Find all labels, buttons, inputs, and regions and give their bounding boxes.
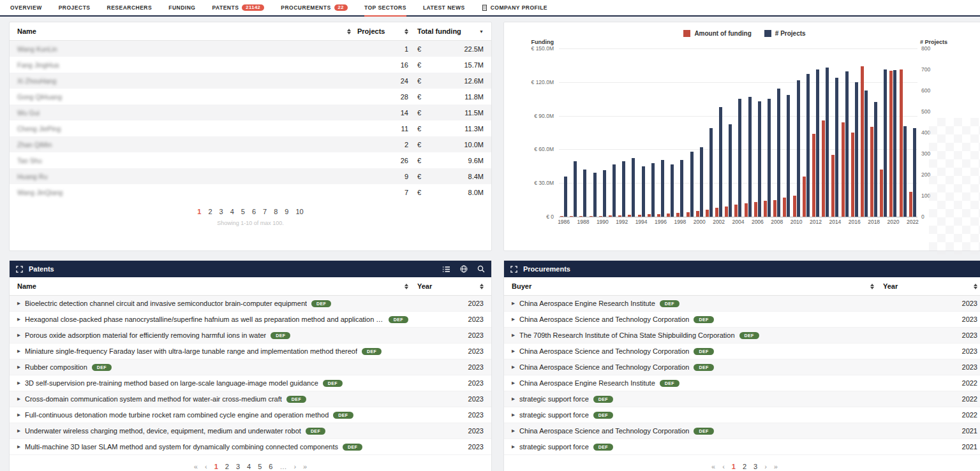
- bar-group[interactable]: [840, 48, 849, 217]
- table-row[interactable]: ▶China Aerospace Science and Technology …: [504, 359, 980, 375]
- expand-icon[interactable]: [510, 266, 517, 273]
- bar-group[interactable]: [869, 48, 879, 217]
- table-row[interactable]: ▶Hexagonal close-packed phase nanocrysta…: [10, 312, 491, 328]
- table-row[interactable]: ▶strategic support forceDEF2021: [504, 439, 980, 455]
- bar-group[interactable]: [588, 48, 598, 217]
- table-row[interactable]: ▶Porous oxide adsorption material for ef…: [10, 328, 491, 344]
- next-page-arrow[interactable]: ›: [764, 463, 767, 470]
- nav-item-latest-news[interactable]: LATEST NEWS: [423, 0, 465, 15]
- globe-icon[interactable]: [460, 265, 468, 273]
- bar-group[interactable]: [792, 48, 801, 217]
- bar-group[interactable]: [559, 48, 568, 217]
- nav-item-funding[interactable]: FUNDING: [168, 0, 195, 15]
- sort-icon[interactable]: [405, 284, 408, 289]
- bar-group[interactable]: [704, 48, 714, 217]
- table-row[interactable]: ▶China Aerospace Science and Technology …: [504, 423, 980, 439]
- bar-group[interactable]: [888, 48, 898, 217]
- page-number[interactable]: 9: [285, 208, 288, 215]
- legend-item-projects[interactable]: # Projects: [764, 30, 806, 37]
- page-number[interactable]: 3: [236, 463, 240, 470]
- bar-group[interactable]: [850, 48, 859, 217]
- sort-icon[interactable]: [347, 29, 351, 34]
- column-header-name[interactable]: Name: [17, 282, 36, 290]
- expand-caret-icon[interactable]: ▶: [17, 333, 20, 338]
- expand-caret-icon[interactable]: ▶: [512, 365, 515, 370]
- prev-page-arrow[interactable]: ‹: [205, 463, 207, 470]
- page-number[interactable]: 6: [269, 463, 272, 470]
- table-row[interactable]: ▶Cross-domain communication system and m…: [10, 391, 491, 407]
- bar-group[interactable]: [598, 48, 607, 217]
- expand-caret-icon[interactable]: ▶: [512, 444, 515, 449]
- bar-group[interactable]: [695, 48, 704, 217]
- bar-group[interactable]: [617, 48, 627, 217]
- bar-group[interactable]: [743, 48, 753, 217]
- legend-item-funding[interactable]: Amount of funding: [683, 30, 751, 37]
- page-number[interactable]: 6: [252, 208, 256, 215]
- expand-caret-icon[interactable]: ▶: [17, 301, 20, 306]
- bar-group[interactable]: [772, 48, 782, 217]
- table-row[interactable]: ▶China Aerospace Engine Research Institu…: [504, 296, 980, 312]
- expand-icon[interactable]: [16, 266, 23, 273]
- expand-caret-icon[interactable]: ▶: [512, 349, 515, 354]
- list-view-icon[interactable]: [442, 266, 450, 273]
- column-header-buyer[interactable]: Buyer: [512, 282, 531, 290]
- table-row[interactable]: ▶Bioelectric detection channel circuit a…: [10, 296, 491, 312]
- expand-caret-icon[interactable]: ▶: [17, 365, 20, 370]
- expand-caret-icon[interactable]: ▶: [512, 412, 515, 417]
- page-number[interactable]: 1: [214, 463, 218, 470]
- bar-group[interactable]: [859, 48, 869, 217]
- search-icon[interactable]: [477, 265, 485, 273]
- bar-group[interactable]: [568, 48, 578, 217]
- page-number[interactable]: 5: [241, 208, 245, 215]
- table-row[interactable]: Tao Shu26€9.6M: [10, 152, 491, 168]
- table-row[interactable]: ▶Multi-machine 3D laser SLAM method and …: [10, 439, 491, 455]
- bar-group[interactable]: [665, 48, 675, 217]
- bar-group[interactable]: [685, 48, 694, 217]
- expand-caret-icon[interactable]: ▶: [17, 380, 20, 386]
- page-number[interactable]: 1: [732, 463, 736, 470]
- bar-group[interactable]: [578, 48, 588, 217]
- table-row[interactable]: ▶Underwater wireless charging method, de…: [10, 423, 491, 439]
- table-row[interactable]: ▶Miniature single-frequency Faraday lase…: [10, 344, 491, 359]
- nav-item-patents[interactable]: PATENTS21142: [212, 0, 264, 15]
- next-page-arrow[interactable]: ›: [293, 463, 296, 470]
- page-number[interactable]: 4: [247, 463, 251, 470]
- bar-group[interactable]: [646, 48, 656, 217]
- table-row[interactable]: ▶Full-continuous detonation mode turbine…: [10, 407, 491, 423]
- page-number[interactable]: 3: [754, 463, 757, 470]
- last-page-arrow[interactable]: »: [303, 463, 307, 470]
- table-row[interactable]: ▶China Aerospace Science and Technology …: [504, 344, 980, 359]
- table-row[interactable]: Cheng JiePing11€11.3M: [10, 120, 491, 136]
- expand-caret-icon[interactable]: ▶: [512, 380, 515, 386]
- page-number[interactable]: 5: [258, 463, 262, 470]
- column-header-total-funding[interactable]: Total funding: [417, 27, 461, 35]
- nav-item-researchers[interactable]: RESEARCHERS: [107, 0, 152, 15]
- bar-group[interactable]: [724, 48, 733, 217]
- table-row[interactable]: Huang Ru9€8.4M: [10, 168, 491, 184]
- bar-group[interactable]: [811, 48, 820, 217]
- expand-caret-icon[interactable]: ▶: [512, 333, 515, 338]
- expand-caret-icon[interactable]: ▶: [512, 317, 515, 322]
- table-row[interactable]: Zhan QiMin2€10.0M: [10, 136, 491, 152]
- page-number[interactable]: 7: [263, 208, 267, 215]
- bar-group[interactable]: [637, 48, 646, 217]
- nav-item-projects[interactable]: PROJECTS: [59, 0, 91, 15]
- page-number[interactable]: 2: [225, 463, 229, 470]
- column-header-year[interactable]: Year: [417, 282, 432, 290]
- nav-item-top-sectors[interactable]: TOP SECTORS: [364, 0, 406, 15]
- table-row[interactable]: Wu Gui14€11.5M: [10, 105, 491, 120]
- table-row[interactable]: ▶3D self-supervision pre-training method…: [10, 375, 491, 391]
- table-row[interactable]: Wang KunLin1€22.5M: [10, 41, 491, 57]
- bar-group[interactable]: [627, 48, 636, 217]
- bar-group[interactable]: [656, 48, 665, 217]
- nav-item-procurements[interactable]: PROCUREMENTS22: [281, 0, 348, 15]
- table-row[interactable]: ▶China Aerospace Engine Research Institu…: [504, 375, 980, 391]
- bar-group[interactable]: [820, 48, 830, 217]
- bar-group[interactable]: [675, 48, 685, 217]
- bar-group[interactable]: [879, 48, 888, 217]
- sort-icon[interactable]: [974, 284, 977, 289]
- bar-group[interactable]: [733, 48, 743, 217]
- bar-group[interactable]: [762, 48, 772, 217]
- bar-group[interactable]: [830, 48, 840, 217]
- expand-caret-icon[interactable]: ▶: [17, 428, 20, 433]
